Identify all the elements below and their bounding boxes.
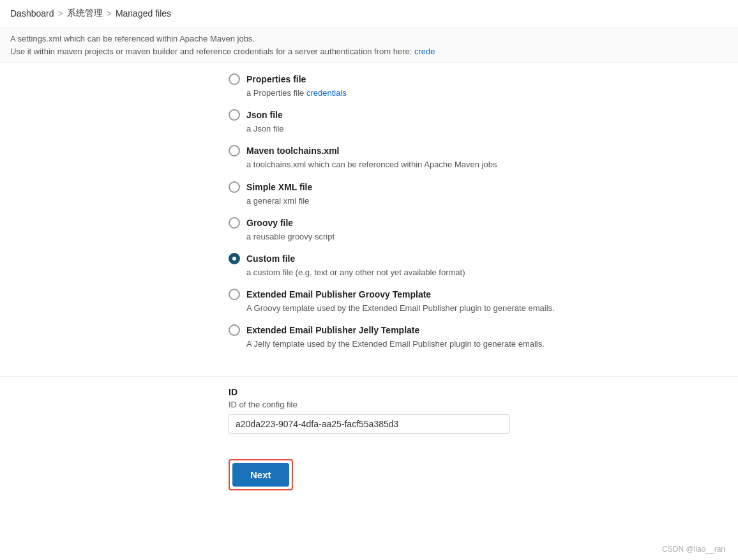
- option-ext-email-groovy: Extended Email Publisher Groovy Template…: [229, 289, 738, 314]
- cred-link[interactable]: crede: [414, 47, 435, 56]
- desc-simple-xml: a general xml file: [246, 195, 738, 207]
- breadcrumb: Dashboard > 系统管理 > Managed files: [0, 0, 738, 27]
- id-label: ID: [229, 387, 738, 397]
- radio-groovy-file[interactable]: [229, 217, 240, 229]
- button-section: Next: [0, 444, 738, 506]
- desc-custom-file: a custom file (e.g. text or any other no…: [246, 267, 738, 278]
- credentials-link-properties[interactable]: credentials: [306, 88, 347, 98]
- label-groovy-file: Groovy file: [246, 218, 293, 228]
- id-section: ID ID of the config file: [0, 376, 738, 444]
- label-properties-file: Properties file: [246, 74, 306, 84]
- desc-maven-toolchains: a toolchains.xml which can be referenced…: [246, 159, 738, 170]
- radio-properties-file[interactable]: [229, 73, 240, 85]
- breadcrumb-system[interactable]: 系统管理: [67, 8, 103, 19]
- option-custom-file: Custom file a custom file (e.g. text or …: [229, 253, 738, 278]
- label-ext-email-groovy: Extended Email Publisher Groovy Template: [246, 289, 431, 299]
- radio-maven-toolchains[interactable]: [229, 145, 240, 156]
- options-container: Properties file a Properties file creden…: [0, 63, 738, 371]
- desc-ext-email-groovy: A Groovy template used by the Extended E…: [246, 303, 738, 314]
- top-note: A settings.xml which can be referenced w…: [0, 27, 738, 63]
- breadcrumb-sep2: >: [107, 8, 112, 19]
- breadcrumb-dashboard[interactable]: Dashboard: [10, 8, 54, 19]
- breadcrumb-sep1: >: [58, 8, 63, 19]
- label-maven-toolchains: Maven toolchains.xml: [246, 146, 339, 156]
- option-json-file: Json file a Json file: [229, 109, 738, 135]
- label-simple-xml: Simple XML file: [246, 182, 312, 192]
- desc-ext-email-jelly: A Jelly template used by the Extended Em…: [246, 338, 738, 350]
- desc-groovy-file: a reusable groovy script: [246, 231, 738, 243]
- option-simple-xml: Simple XML file a general xml file: [229, 181, 738, 207]
- top-note-text: A settings.xml which can be referenced w…: [10, 33, 509, 57]
- desc-json-file: a Json file: [246, 123, 738, 135]
- note-line3: Use it within maven projects or maven bu…: [10, 47, 414, 56]
- id-input[interactable]: [229, 414, 509, 434]
- note-line2: A settings.xml which can be referenced w…: [10, 34, 255, 43]
- label-ext-email-jelly: Extended Email Publisher Jelly Template: [246, 325, 419, 335]
- desc-properties-file: a Properties file credentials: [246, 87, 738, 99]
- option-properties-file: Properties file a Properties file creden…: [229, 73, 738, 99]
- radio-simple-xml[interactable]: [229, 181, 240, 193]
- label-json-file: Json file: [246, 110, 283, 120]
- option-ext-email-jelly: Extended Email Publisher Jelly Template …: [229, 324, 738, 350]
- label-custom-file: Custom file: [246, 254, 295, 264]
- radio-ext-email-jelly[interactable]: [229, 324, 240, 336]
- breadcrumb-managed-files: Managed files: [116, 8, 171, 19]
- radio-custom-file[interactable]: [229, 253, 240, 264]
- next-button[interactable]: Next: [232, 463, 289, 487]
- radio-json-file[interactable]: [229, 109, 240, 121]
- id-hint: ID of the config file: [229, 400, 738, 409]
- next-button-wrapper: Next: [229, 459, 293, 490]
- option-maven-toolchains: Maven toolchains.xml a toolchains.xml wh…: [229, 145, 738, 170]
- option-groovy-file: Groovy file a reusable groovy script: [229, 217, 738, 243]
- radio-ext-email-groovy[interactable]: [229, 289, 240, 300]
